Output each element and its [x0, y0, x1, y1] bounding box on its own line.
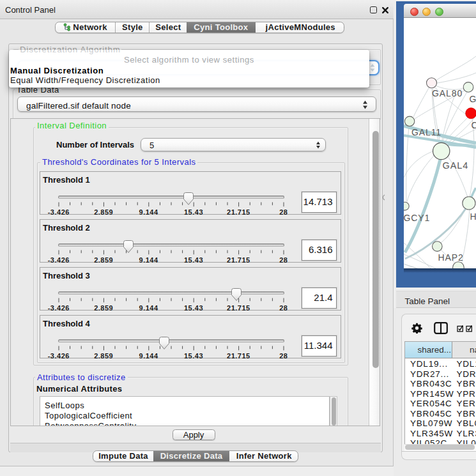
- svg-text:GAL80: GAL80: [432, 88, 463, 98]
- svg-text:GA: GA: [470, 93, 476, 104]
- svg-text:HAP2: HAP2: [438, 252, 464, 263]
- svg-text:C: C: [472, 119, 476, 130]
- svg-text:GAL11: GAL11: [411, 127, 441, 137]
- svg-text:GAL4: GAL4: [443, 160, 469, 171]
- svg-text:H: H: [470, 211, 476, 221]
- svg-text:GCY1: GCY1: [404, 212, 430, 222]
